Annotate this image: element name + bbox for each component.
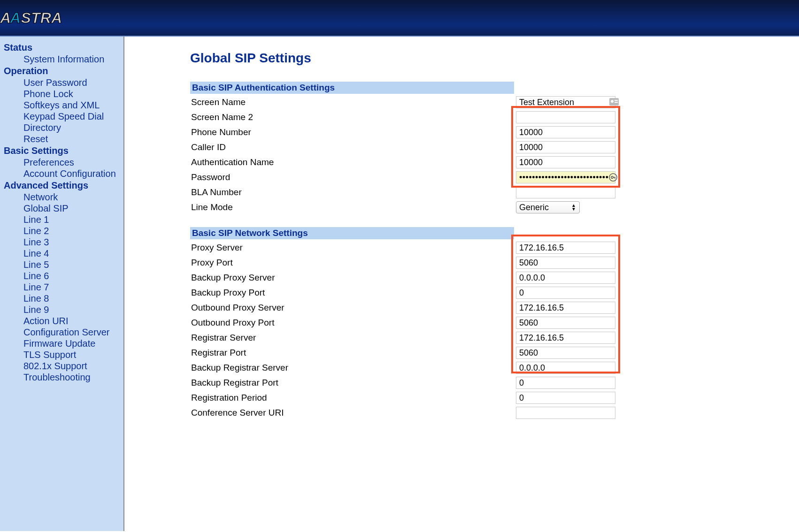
key-icon (609, 173, 617, 182)
input-auth-name[interactable] (516, 156, 615, 168)
input-backup-registrar-server[interactable] (516, 362, 615, 374)
input-registrar-port[interactable] (516, 347, 615, 359)
input-phone-number[interactable] (516, 126, 615, 138)
sidebar-item-line-8[interactable]: Line 8 (23, 293, 120, 304)
sidebar-group-operation: Operation (4, 66, 120, 76)
label-password: Password (190, 172, 516, 182)
label-phone-number: Phone Number (190, 127, 516, 137)
input-bla-number[interactable] (516, 186, 615, 198)
svg-rect-6 (615, 102, 618, 103)
input-caller-id[interactable] (516, 141, 615, 153)
sidebar-item-action-uri[interactable]: Action URI (23, 316, 120, 327)
input-proxy-server[interactable] (516, 242, 615, 254)
input-screen-name-2[interactable] (516, 111, 615, 123)
brand-logo: A A STRA (0, 3, 122, 33)
input-backup-registrar-port[interactable] (516, 377, 615, 389)
input-outbound-proxy-server[interactable] (516, 302, 615, 314)
sidebar-item-softkeys-xml[interactable]: Softkeys and XML (23, 100, 120, 111)
sidebar-item-line-5[interactable]: Line 5 (23, 259, 120, 270)
sidebar-item-line-1[interactable]: Line 1 (23, 214, 120, 225)
sidebar-group-basic-settings: Basic Settings (4, 145, 120, 156)
label-line-mode: Line Mode (190, 202, 516, 213)
input-registration-period[interactable] (516, 392, 615, 404)
svg-text:STRA: STRA (21, 9, 62, 26)
input-proxy-port[interactable] (516, 257, 615, 269)
sidebar-item-reset[interactable]: Reset (23, 134, 120, 144)
svg-point-8 (611, 176, 613, 178)
label-registrar-server: Registrar Server (190, 333, 516, 343)
input-outbound-proxy-port[interactable] (516, 317, 615, 329)
label-backup-proxy-port: Backup Proxy Port (190, 288, 516, 298)
sidebar-item-line-2[interactable]: Line 2 (23, 226, 120, 236)
label-proxy-port: Proxy Port (190, 258, 516, 268)
svg-text:A: A (0, 9, 11, 26)
sidebar-item-tls-support[interactable]: TLS Support (23, 350, 120, 360)
sidebar-item-line-7[interactable]: Line 7 (23, 282, 120, 293)
sidebar-item-system-information[interactable]: System Information (23, 54, 120, 65)
label-backup-proxy-server: Backup Proxy Server (190, 273, 516, 283)
sidebar-item-line-6[interactable]: Line 6 (23, 271, 120, 281)
app-header: A A STRA (0, 0, 799, 37)
input-screen-name[interactable] (516, 96, 615, 108)
section-header-network: Basic SIP Network Settings (190, 227, 514, 239)
sidebar-item-preferences[interactable]: Preferences (23, 157, 120, 168)
input-conference-server-uri[interactable] (516, 407, 615, 419)
label-conference-server-uri: Conference Server URI (190, 408, 516, 418)
sidebar-item-directory[interactable]: Directory (23, 122, 120, 133)
label-bla-number: BLA Number (190, 187, 516, 198)
sidebar-item-8021x-support[interactable]: 802.1x Support (23, 361, 120, 372)
page-title: Global SIP Settings (190, 51, 790, 66)
select-line-mode[interactable]: Generic (516, 201, 580, 213)
sidebar-item-firmware-update[interactable]: Firmware Update (23, 338, 120, 349)
sidebar-group-advanced-settings: Advanced Settings (4, 180, 120, 191)
sidebar-item-keypad-speed-dial[interactable]: Keypad Speed Dial (23, 111, 120, 122)
label-registrar-port: Registrar Port (190, 348, 516, 358)
label-proxy-server: Proxy Server (190, 243, 516, 253)
sidebar-item-line-9[interactable]: Line 9 (23, 304, 120, 315)
sidebar-item-global-sip[interactable]: Global SIP (23, 203, 120, 214)
svg-point-4 (611, 100, 614, 103)
sidebar: Status System Information Operation User… (0, 37, 124, 531)
sidebar-group-status: Status (4, 42, 120, 53)
label-outbound-proxy-port: Outbound Proxy Port (190, 318, 516, 328)
sidebar-item-line-3[interactable]: Line 3 (23, 237, 120, 248)
label-registration-period: Registration Period (190, 393, 516, 403)
input-registrar-server[interactable] (516, 332, 615, 344)
input-password[interactable] (516, 171, 615, 183)
label-auth-name: Authentication Name (190, 157, 516, 167)
input-backup-proxy-server[interactable] (516, 272, 615, 284)
label-backup-registrar-port: Backup Registrar Port (190, 378, 516, 388)
label-screen-name: Screen Name (190, 97, 516, 107)
label-outbound-proxy-server: Outbound Proxy Server (190, 303, 516, 313)
sidebar-item-account-configuration[interactable]: Account Configuration (23, 168, 120, 179)
label-backup-registrar-server: Backup Registrar Server (190, 363, 516, 373)
sidebar-item-network[interactable]: Network (23, 192, 120, 203)
label-screen-name-2: Screen Name 2 (190, 112, 516, 122)
sidebar-item-line-4[interactable]: Line 4 (23, 248, 120, 259)
label-caller-id: Caller ID (190, 142, 516, 152)
input-backup-proxy-port[interactable] (516, 287, 615, 299)
sidebar-item-phone-lock[interactable]: Phone Lock (23, 89, 120, 99)
section-header-auth: Basic SIP Authentication Settings (190, 82, 514, 94)
svg-text:A: A (9, 9, 21, 26)
svg-rect-5 (615, 100, 618, 101)
sidebar-item-user-password[interactable]: User Password (23, 77, 120, 88)
contact-card-icon (609, 98, 619, 106)
sidebar-item-troubleshooting[interactable]: Troubleshooting (23, 372, 120, 383)
sidebar-item-configuration-server[interactable]: Configuration Server (23, 327, 120, 338)
